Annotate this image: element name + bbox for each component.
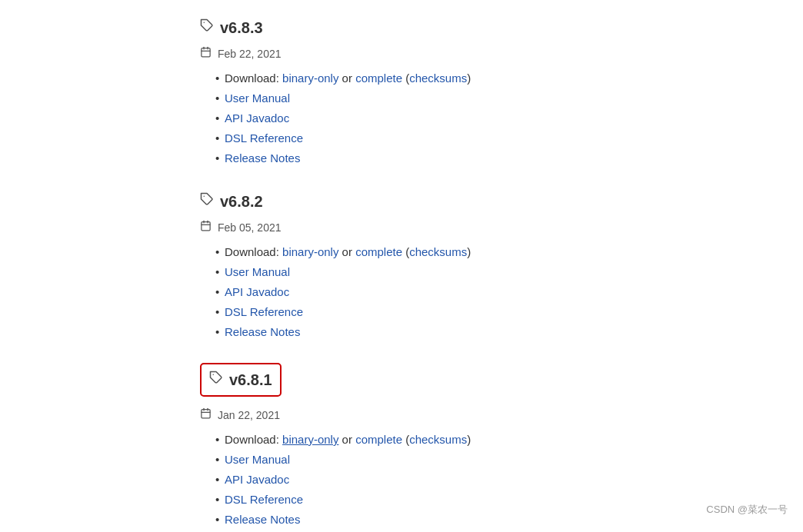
tag-icon-v6-8-2 [200,191,214,213]
svg-rect-1 [202,48,210,57]
version-section-v6-8-3: v6.8.3 Feb 22, 2021 Download: binary-onl… [200,15,603,168]
release-notes-link-v6-8-2[interactable]: Release Notes [225,325,300,338]
download-item-v6-8-2: Download: binary-only or complete (check… [215,243,603,261]
api-javadoc-item-v6-8-2: API Javadoc [215,283,603,301]
tag-icon-v6-8-3 [200,17,214,39]
calendar-icon-v6-8-1 [200,406,212,424]
dsl-reference-item-v6-8-1: DSL Reference [215,490,603,509]
api-javadoc-item-v6-8-3: API Javadoc [215,109,603,128]
user-manual-link-v6-8-1[interactable]: User Manual [225,453,290,466]
checksums-link-v6-8-3[interactable]: checksums [409,71,467,85]
date-row-v6-8-1: Jan 22, 2021 [200,406,603,424]
user-manual-link-v6-8-3[interactable]: User Manual [225,91,290,105]
api-javadoc-link-v6-8-3[interactable]: API Javadoc [225,111,289,125]
download-item-v6-8-1: Download: binary-only or complete (check… [215,431,603,449]
version-heading-v6-8-3: v6.8.3 [200,15,603,40]
or-text-v6-8-3: or [342,71,352,85]
release-notes-link-v6-8-3[interactable]: Release Notes [225,151,300,165]
release-notes-link-v6-8-1[interactable]: Release Notes [225,513,300,526]
release-notes-item-v6-8-2: Release Notes [215,323,603,341]
dsl-reference-link-v6-8-2[interactable]: DSL Reference [225,305,303,318]
date-v6-8-2: Feb 05, 2021 [218,219,282,236]
dsl-reference-item-v6-8-3: DSL Reference [215,129,603,148]
watermark: CSDN @菜农一号 [706,502,788,518]
or-text-v6-8-2: or [342,245,356,258]
dsl-reference-item-v6-8-2: DSL Reference [215,303,603,321]
tag-icon-v6-8-1 [209,369,223,391]
version-label-v6-8-3: v6.8.3 [220,15,263,40]
api-javadoc-link-v6-8-1[interactable]: API Javadoc [225,473,289,486]
version-heading-v6-8-2: v6.8.2 [200,189,603,214]
svg-rect-6 [202,222,210,231]
paren-close-v6-8-2: ) [467,245,471,258]
version-section-v6-8-2: v6.8.2 Feb 05, 2021 Download: binary-onl… [200,189,603,341]
download-label-v6-8-3: Download: [225,71,279,85]
version-heading-v6-8-1: v6.8.1 [200,363,282,397]
release-notes-item-v6-8-1: Release Notes [215,510,603,529]
svg-rect-11 [202,410,210,418]
date-row-v6-8-2: Feb 05, 2021 [200,218,603,237]
user-manual-item-v6-8-1: User Manual [215,451,603,469]
or-text-v6-8-1: or [342,433,356,446]
page-container: v6.8.3 Feb 22, 2021 Download: binary-onl… [0,0,803,532]
binary-only-link-v6-8-2[interactable]: binary-only [282,245,338,258]
api-javadoc-link-v6-8-2[interactable]: API Javadoc [225,285,289,298]
download-label-v6-8-1: Download: [225,433,279,446]
version-label-v6-8-2: v6.8.2 [220,189,263,214]
complete-link-v6-8-1[interactable]: complete [355,433,402,446]
binary-only-link-v6-8-1[interactable]: binary-only [282,433,338,446]
date-v6-8-1: Jan 22, 2021 [218,407,280,424]
version-section-v6-8-1: v6.8.1 Jan 22, 2021 Download: binary-onl… [200,363,603,529]
checksums-link-v6-8-2[interactable]: checksums [409,245,467,258]
complete-link-v6-8-3[interactable]: complete [355,71,402,85]
date-v6-8-3: Feb 22, 2021 [218,45,282,62]
download-label-v6-8-2: Download: [225,245,279,258]
date-row-v6-8-3: Feb 22, 2021 [200,45,603,63]
paren-close-v6-8-3: ) [467,71,471,85]
user-manual-item-v6-8-2: User Manual [215,263,603,281]
binary-only-link-v6-8-3[interactable]: binary-only [282,71,338,85]
api-javadoc-item-v6-8-1: API Javadoc [215,470,603,489]
user-manual-link-v6-8-2[interactable]: User Manual [225,265,290,278]
dsl-reference-link-v6-8-3[interactable]: DSL Reference [225,131,303,145]
calendar-icon-v6-8-2 [200,218,212,237]
calendar-icon-v6-8-3 [200,45,212,63]
links-list-v6-8-1: Download: binary-only or complete (check… [200,431,603,529]
user-manual-item-v6-8-3: User Manual [215,89,603,108]
download-item-v6-8-3: Download: binary-only or complete (check… [215,69,603,88]
paren-close-v6-8-1: ) [467,433,471,446]
complete-link-v6-8-2[interactable]: complete [355,245,402,258]
links-list-v6-8-3: Download: binary-only or complete (check… [200,69,603,168]
version-heading-wrapper-v6-8-1: v6.8.1 [200,363,603,401]
dsl-reference-link-v6-8-1[interactable]: DSL Reference [225,493,303,506]
links-list-v6-8-2: Download: binary-only or complete (check… [200,243,603,341]
version-label-v6-8-1: v6.8.1 [229,367,272,392]
release-notes-item-v6-8-3: Release Notes [215,149,603,168]
checksums-link-v6-8-1[interactable]: checksums [409,433,467,446]
